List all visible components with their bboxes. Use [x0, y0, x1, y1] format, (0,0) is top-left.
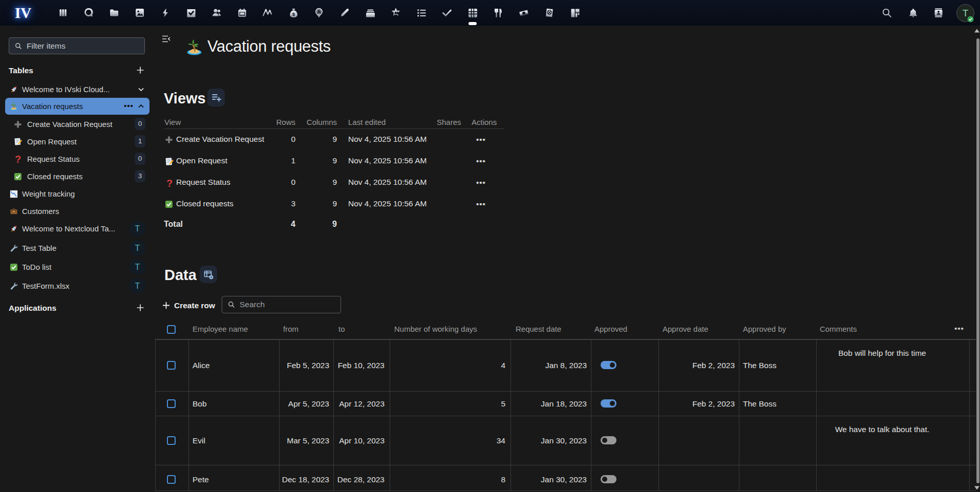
- svg-text:$: $: [292, 11, 295, 16]
